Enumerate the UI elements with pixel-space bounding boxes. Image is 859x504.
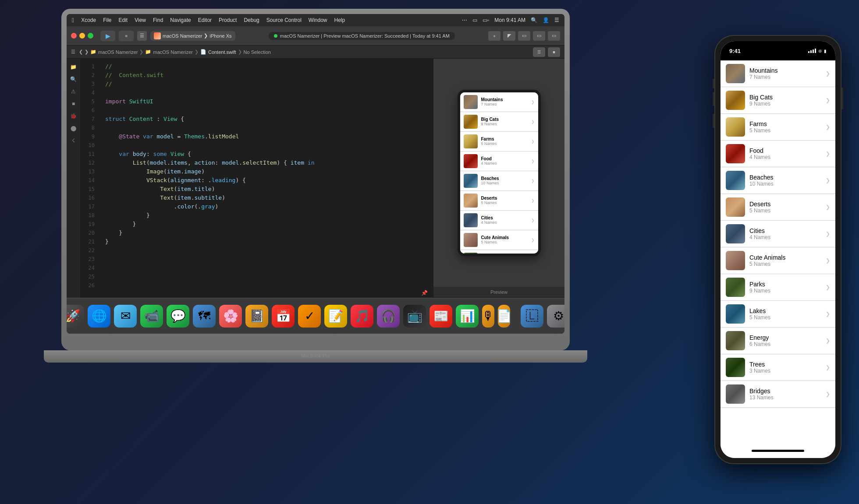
editor-controls-1[interactable]: ☰ bbox=[533, 47, 545, 57]
run-button[interactable]: ▶ bbox=[100, 31, 115, 41]
dock-notes[interactable]: 📝 bbox=[324, 305, 347, 328]
close-button[interactable] bbox=[71, 33, 77, 39]
layout-btn-2[interactable]: ▭ bbox=[533, 31, 545, 41]
minimize-button[interactable] bbox=[79, 33, 85, 39]
iphone-list-item[interactable]: Farms 5 Names ❯ bbox=[721, 114, 835, 141]
control-center-icon[interactable]: ☰ bbox=[554, 17, 559, 23]
apple-menu-icon[interactable]:  bbox=[72, 17, 74, 24]
menu-file[interactable]: File bbox=[103, 17, 111, 23]
breadcrumb-group[interactable]: macOS Namerizer bbox=[153, 49, 192, 55]
iphone-list-item[interactable]: Energy 6 Names ❯ bbox=[721, 328, 835, 354]
chevron-right-icon: ❯ bbox=[204, 33, 208, 39]
list-thumb bbox=[464, 174, 478, 188]
dock-systemprefs[interactable]: ⚙ bbox=[547, 305, 564, 328]
code-editor[interactable]: 1234567891011121314151617181920212223242… bbox=[81, 59, 433, 298]
breadcrumb-root[interactable]: macOS Namerizer bbox=[98, 49, 138, 55]
iphone-mute-switch[interactable] bbox=[713, 79, 714, 88]
menu-view[interactable]: View bbox=[135, 17, 146, 23]
editor-controls-2[interactable]: ■ bbox=[548, 47, 560, 57]
navigator-toggle[interactable]: ☰ bbox=[137, 31, 147, 41]
menu-xcode[interactable]: Xcode bbox=[81, 17, 96, 23]
iphone-item-title: Big Cats bbox=[749, 94, 821, 101]
add-button[interactable]: + bbox=[488, 31, 500, 41]
nav-back-icon[interactable]: ❮ bbox=[79, 49, 83, 55]
line-number: 19 bbox=[81, 220, 95, 229]
dock-keynote[interactable]: 🎙 bbox=[482, 305, 494, 328]
iphone-list-item[interactable]: Big Cats 9 Names ❯ bbox=[721, 87, 835, 114]
iphone-power-button[interactable] bbox=[841, 88, 843, 109]
iphone-list-item[interactable]: Deserts 5 Names ❯ bbox=[721, 194, 835, 221]
iphone-list-item[interactable]: Bridges 13 Names ❯ bbox=[721, 381, 835, 408]
iphone-list-item[interactable]: Beaches 10 Names ❯ bbox=[721, 167, 835, 194]
menu-product[interactable]: Product bbox=[219, 17, 237, 23]
layout-btn-3[interactable]: ▭ bbox=[548, 31, 560, 41]
menu-editor[interactable]: Editor bbox=[198, 17, 212, 23]
menu-debug[interactable]: Debug bbox=[244, 17, 259, 23]
preview-list-item[interactable]: Parks 9 Names ❯ bbox=[460, 250, 538, 254]
breadcrumb-selection[interactable]: No Selection bbox=[244, 49, 271, 55]
dock-tv[interactable]: 📺 bbox=[403, 305, 426, 328]
split-view-button[interactable]: ◤ bbox=[503, 31, 515, 41]
dock-appstore[interactable]: 🇱 bbox=[521, 305, 543, 328]
breadcrumb-file[interactable]: Content.swift bbox=[208, 49, 236, 55]
search-icon[interactable]: 🔍 bbox=[531, 17, 537, 23]
iphone-list-item[interactable]: Cities 4 Names ❯ bbox=[721, 221, 835, 247]
menu-help[interactable]: Help bbox=[334, 17, 345, 23]
preview-list-item[interactable]: Deserts 5 Names ❯ bbox=[460, 191, 538, 211]
menu-find[interactable]: Find bbox=[153, 17, 163, 23]
dock-pages[interactable]: 📄 bbox=[498, 305, 510, 328]
preview-list-item[interactable]: Farms 5 Names ❯ bbox=[460, 132, 538, 152]
preview-list-item[interactable]: Big Cats 9 Names ❯ bbox=[460, 112, 538, 132]
preview-list-item[interactable]: Cities 4 Names ❯ bbox=[460, 211, 538, 230]
dock-contacts[interactable]: 📓 bbox=[245, 305, 268, 328]
iphone-volume-down[interactable] bbox=[713, 114, 714, 128]
dock-facetime[interactable]: 📹 bbox=[140, 305, 163, 328]
preview-list-item[interactable]: Food 4 Names ❯ bbox=[460, 152, 538, 171]
dock-news[interactable]: 📰 bbox=[430, 305, 452, 328]
home-indicator[interactable] bbox=[752, 450, 804, 452]
dock-photos[interactable]: 🌸 bbox=[219, 305, 242, 328]
dock-podcasts[interactable]: 🎧 bbox=[377, 305, 400, 328]
iphone-list-item[interactable]: Cute Animals 5 Names ❯ bbox=[721, 247, 835, 274]
dock-messages[interactable]: 💬 bbox=[167, 305, 189, 328]
scheme-macos[interactable]: macOS Namerizer ❯ iPhone Xs bbox=[150, 31, 235, 41]
dock-mail[interactable]: ✉ bbox=[114, 305, 137, 328]
nav-forward-icon[interactable]: ❯ bbox=[85, 49, 89, 55]
code-lines[interactable]: //// Content.swift// import SwiftUI stru… bbox=[98, 59, 433, 287]
menu-edit[interactable]: Edit bbox=[119, 17, 128, 23]
layout-btn-1[interactable]: ▭ bbox=[518, 31, 530, 41]
user-icon[interactable]: 👤 bbox=[543, 17, 549, 23]
sidebar-toggle-icon[interactable]: ☰ bbox=[71, 49, 75, 55]
nav-folder-icon[interactable]: 📁 bbox=[69, 62, 78, 72]
iphone-arrow-icon: ❯ bbox=[826, 151, 830, 157]
iphone-list[interactable]: Mountains 7 Names ❯ Big Cats 9 Names ❯ F… bbox=[721, 60, 835, 443]
menu-navigate[interactable]: Navigate bbox=[170, 17, 191, 23]
iphone-volume-up[interactable] bbox=[713, 92, 714, 106]
dock-rocket[interactable]: 🚀 bbox=[67, 305, 84, 328]
iphone-list-item[interactable]: Trees 3 Names ❯ bbox=[721, 354, 835, 381]
nav-debug-icon[interactable]: 🐞 bbox=[69, 111, 78, 121]
menu-sourcecontrol[interactable]: Source Control bbox=[266, 17, 302, 23]
nav-test-icon[interactable]: ■ bbox=[69, 99, 78, 109]
nav-warning-icon[interactable]: ⚠ bbox=[69, 87, 78, 96]
dock-calendar[interactable]: 📅 bbox=[272, 305, 295, 328]
iphone-list-item[interactable]: Food 4 Names ❯ bbox=[721, 141, 835, 167]
dock-safari[interactable]: 🌐 bbox=[88, 305, 110, 328]
iphone-list-item[interactable]: Parks 9 Names ❯ bbox=[721, 274, 835, 301]
dock-reminders[interactable]: ✓ bbox=[298, 305, 321, 328]
maximize-button[interactable] bbox=[88, 33, 93, 39]
nav-breakpoint-icon[interactable]: ⬤ bbox=[69, 123, 78, 133]
preview-list-item[interactable]: Beaches 10 Names ❯ bbox=[460, 171, 538, 191]
dock-music[interactable]: 🎵 bbox=[351, 305, 373, 328]
stop-button[interactable]: ■ bbox=[119, 31, 134, 41]
nav-search-icon[interactable]: 🔍 bbox=[69, 74, 78, 84]
nav-report-icon[interactable]: ☇ bbox=[69, 136, 78, 145]
preview-list-item[interactable]: Mountains 7 Names ❯ bbox=[460, 92, 538, 112]
menu-window[interactable]: Window bbox=[309, 17, 327, 23]
pin-icon[interactable]: 📌 bbox=[421, 290, 428, 296]
preview-list-item[interactable]: Cute Animals 5 Names ❯ bbox=[460, 230, 538, 250]
iphone-list-item[interactable]: Lakes 5 Names ❯ bbox=[721, 301, 835, 328]
dock-maps[interactable]: 🗺 bbox=[193, 305, 216, 328]
dock-numbers[interactable]: 📊 bbox=[456, 305, 479, 328]
iphone-list-item[interactable]: Mountains 7 Names ❯ bbox=[721, 60, 835, 87]
